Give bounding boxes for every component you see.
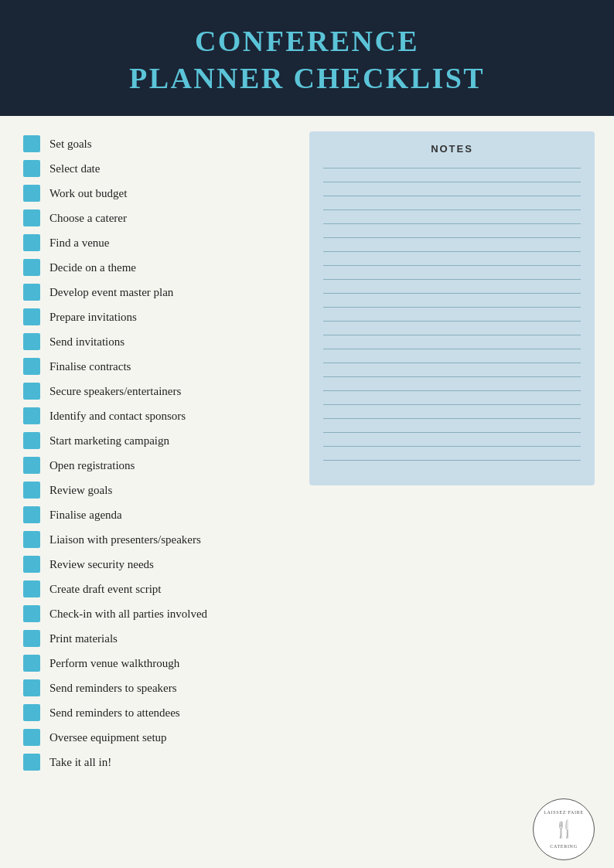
checkbox-icon[interactable] bbox=[23, 358, 40, 375]
notes-line bbox=[323, 237, 581, 238]
checklist-item-label: Start marketing campaign bbox=[49, 434, 169, 448]
checklist-item[interactable]: Perform venue walkthrough bbox=[23, 651, 294, 676]
checklist-item-label: Review security needs bbox=[49, 558, 154, 571]
checklist-item[interactable]: Create draft event script bbox=[23, 577, 294, 601]
checkbox-icon[interactable] bbox=[23, 457, 40, 474]
notes-line bbox=[323, 209, 581, 210]
notes-title: NOTES bbox=[323, 143, 581, 155]
checkbox-icon[interactable] bbox=[23, 729, 40, 746]
checkbox-icon[interactable] bbox=[23, 655, 40, 672]
checklist-item[interactable]: Finalise contracts bbox=[23, 354, 294, 379]
checklist-item[interactable]: Set goals bbox=[23, 131, 294, 156]
checklist-item-label: Finalise agenda bbox=[49, 509, 122, 522]
checkbox-icon[interactable] bbox=[23, 482, 40, 499]
checklist-item[interactable]: Send invitations bbox=[23, 329, 294, 354]
checklist-item[interactable]: Find a venue bbox=[23, 230, 294, 255]
checklist-item[interactable]: Liaison with presenters/speakers bbox=[23, 527, 294, 552]
checklist-item[interactable]: Print materials bbox=[23, 626, 294, 651]
checklist-item-label: Check-in with all parties involved bbox=[49, 608, 207, 621]
notes-line bbox=[323, 418, 581, 419]
checklist-column: Set goalsSelect dateWork out budgetChoos… bbox=[23, 131, 294, 775]
logo-icon: 🍴 bbox=[554, 819, 575, 839]
checklist-item[interactable]: Start marketing campaign bbox=[23, 428, 294, 453]
notes-line bbox=[323, 279, 581, 280]
checklist-item-label: Review goals bbox=[49, 484, 112, 497]
notes-line bbox=[323, 293, 581, 294]
checkbox-icon[interactable] bbox=[23, 135, 40, 152]
notes-line bbox=[323, 349, 581, 349]
notes-line bbox=[323, 446, 581, 447]
checkbox-icon[interactable] bbox=[23, 580, 40, 597]
checkbox-icon[interactable] bbox=[23, 407, 40, 424]
notes-line bbox=[323, 196, 581, 196]
checkbox-icon[interactable] bbox=[23, 259, 40, 276]
checklist-item[interactable]: Finalise agenda bbox=[23, 502, 294, 527]
logo-text-bottom: CATERING bbox=[550, 844, 577, 849]
checklist-item[interactable]: Oversee equipment setup bbox=[23, 725, 294, 750]
checklist-item-label: Decide on a theme bbox=[49, 261, 136, 274]
checkbox-icon[interactable] bbox=[23, 185, 40, 202]
notes-box: NOTES bbox=[309, 131, 595, 485]
checkbox-icon[interactable] bbox=[23, 630, 40, 647]
logo-area: LAISSEZ·FAIRE 🍴 CATERING bbox=[0, 791, 614, 868]
checklist-item[interactable]: Send reminders to attendees bbox=[23, 700, 294, 725]
checklist-item-label: Liaison with presenters/speakers bbox=[49, 533, 201, 546]
notes-line bbox=[323, 390, 581, 391]
notes-line bbox=[323, 432, 581, 433]
checklist-item-label: Identify and contact sponsors bbox=[49, 410, 186, 423]
notes-line bbox=[323, 363, 581, 363]
checklist-item[interactable]: Develop event master plan bbox=[23, 280, 294, 305]
checklist-item-label: Prepare invitations bbox=[49, 311, 137, 324]
checkbox-icon[interactable] bbox=[23, 284, 40, 301]
checklist-item[interactable]: Check-in with all parties involved bbox=[23, 601, 294, 626]
checklist-item[interactable]: Identify and contact sponsors bbox=[23, 403, 294, 428]
checkbox-icon[interactable] bbox=[23, 506, 40, 523]
checklist-item[interactable]: Send reminders to speakers bbox=[23, 676, 294, 700]
checklist-item[interactable]: Open registrations bbox=[23, 453, 294, 478]
checklist-item-label: Choose a caterer bbox=[49, 212, 127, 225]
checkbox-icon[interactable] bbox=[23, 605, 40, 622]
checklist-item-label: Perform venue walkthrough bbox=[49, 657, 179, 670]
checkbox-icon[interactable] bbox=[23, 754, 40, 771]
checklist-item[interactable]: Decide on a theme bbox=[23, 255, 294, 280]
checkbox-icon[interactable] bbox=[23, 383, 40, 400]
checkbox-icon[interactable] bbox=[23, 308, 40, 325]
notes-line bbox=[323, 182, 581, 182]
checklist-item[interactable]: Select date bbox=[23, 156, 294, 181]
checkbox-icon[interactable] bbox=[23, 333, 40, 350]
checklist-item-label: Set goals bbox=[49, 138, 92, 151]
checkbox-icon[interactable] bbox=[23, 531, 40, 548]
checkbox-icon[interactable] bbox=[23, 679, 40, 696]
notes-line bbox=[323, 251, 581, 252]
checklist-item-label: Develop event master plan bbox=[49, 286, 173, 299]
checklist-item[interactable]: Prepare invitations bbox=[23, 305, 294, 329]
checklist-item[interactable]: Work out budget bbox=[23, 181, 294, 206]
checklist-item[interactable]: Take it all in! bbox=[23, 750, 294, 774]
notes-column: NOTES bbox=[309, 131, 595, 775]
notes-line bbox=[323, 460, 581, 461]
checkbox-icon[interactable] bbox=[23, 234, 40, 251]
checkbox-icon[interactable] bbox=[23, 160, 40, 177]
checklist-item[interactable]: Secure speakers/entertainers bbox=[23, 379, 294, 403]
checkbox-icon[interactable] bbox=[23, 432, 40, 449]
page-title: CONFERENCE PLANNER CHECKLIST bbox=[15, 23, 599, 97]
notes-line bbox=[323, 376, 581, 377]
checklist-item-label: Secure speakers/entertainers bbox=[49, 385, 181, 398]
main-content: Set goalsSelect dateWork out budgetChoos… bbox=[0, 116, 614, 791]
notes-line bbox=[323, 321, 581, 322]
checklist-item-label: Oversee equipment setup bbox=[49, 731, 167, 744]
checklist-item-label: Create draft event script bbox=[49, 583, 162, 596]
checklist-item-label: Send invitations bbox=[49, 335, 125, 349]
checkbox-icon[interactable] bbox=[23, 704, 40, 721]
checkbox-icon[interactable] bbox=[23, 209, 40, 226]
checklist-item[interactable]: Review goals bbox=[23, 478, 294, 502]
checkbox-icon[interactable] bbox=[23, 556, 40, 573]
notes-line bbox=[323, 335, 581, 335]
checklist-item[interactable]: Review security needs bbox=[23, 552, 294, 577]
notes-line bbox=[323, 404, 581, 405]
checklist-item-label: Find a venue bbox=[49, 237, 109, 250]
brand-logo: LAISSEZ·FAIRE 🍴 CATERING bbox=[533, 798, 595, 860]
notes-line bbox=[323, 265, 581, 266]
checklist-item[interactable]: Choose a caterer bbox=[23, 206, 294, 230]
page-header: CONFERENCE PLANNER CHECKLIST bbox=[0, 0, 614, 116]
